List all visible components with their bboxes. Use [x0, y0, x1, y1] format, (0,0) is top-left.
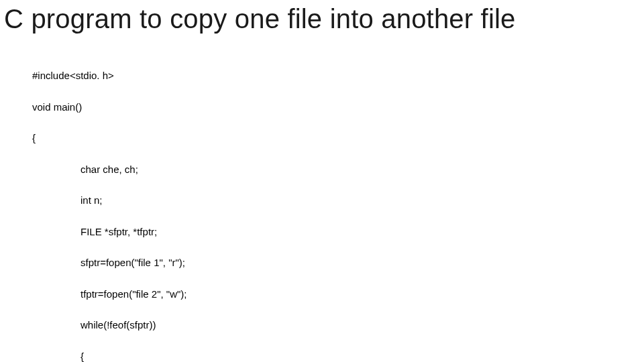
- code-indent: FILE *sfptr, *tfptr;: [32, 224, 157, 239]
- code-indent: {: [32, 349, 84, 362]
- code-indent: tfptr=fopen("file 2", "w");: [32, 286, 186, 302]
- code-indent: sfptr=fopen("file 1", "r");: [32, 255, 185, 270]
- code-line: FILE *sfptr, *tfptr;: [32, 224, 264, 239]
- page-title: C program to copy one file into another …: [4, 4, 516, 34]
- slide: C program to copy one file into another …: [0, 0, 644, 362]
- code-line: int n;: [32, 192, 264, 208]
- code-indent: char che, ch;: [32, 162, 138, 177]
- code-block: #include<stdio. h> void main() { char ch…: [32, 52, 264, 362]
- code-line: {: [32, 349, 264, 362]
- code-line: tfptr=fopen("file 2", "w");: [32, 286, 264, 302]
- code-line: void main(): [32, 99, 264, 115]
- code-line: {: [32, 130, 264, 145]
- code-line: sfptr=fopen("file 1", "r");: [32, 255, 264, 270]
- code-line: #include<stdio. h>: [32, 68, 264, 83]
- code-line: while(!feof(sfptr)): [32, 317, 264, 333]
- code-indent: while(!feof(sfptr)): [32, 317, 156, 333]
- code-indent: int n;: [32, 192, 103, 208]
- code-line: char che, ch;: [32, 162, 264, 177]
